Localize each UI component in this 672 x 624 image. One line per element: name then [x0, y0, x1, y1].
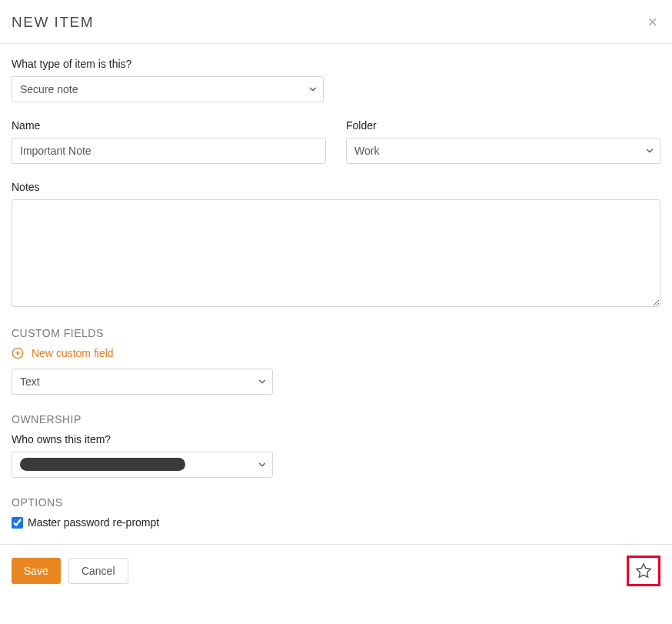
footer-buttons: Save Cancel	[12, 558, 128, 584]
type-group: What type of item is this? Secure note	[12, 58, 660, 102]
new-item-modal: NEW ITEM × What type of item is this? Se…	[0, 0, 672, 597]
master-reprompt-row: Master password re-prompt	[12, 516, 660, 529]
notes-group: Notes	[12, 181, 660, 310]
modal-footer: Save Cancel	[0, 544, 672, 597]
notes-textarea[interactable]	[12, 199, 660, 307]
ownership-section: OWNERSHIP Who owns this item?	[12, 413, 660, 478]
name-group: Name	[12, 119, 326, 164]
new-custom-field-button[interactable]: New custom field	[12, 347, 114, 359]
plus-circle-icon	[12, 347, 24, 359]
options-heading: OPTIONS	[12, 496, 660, 509]
save-button[interactable]: Save	[12, 558, 61, 584]
folder-select[interactable]: Work	[346, 138, 660, 164]
notes-label: Notes	[12, 181, 660, 193]
owner-select[interactable]	[12, 452, 273, 478]
new-custom-field-label: New custom field	[32, 347, 114, 359]
options-section: OPTIONS Master password re-prompt	[12, 496, 660, 529]
type-select[interactable]: Secure note	[12, 76, 324, 102]
custom-fields-heading: CUSTOM FIELDS	[12, 327, 660, 339]
svg-marker-3	[637, 564, 650, 577]
favorite-button[interactable]	[627, 556, 660, 586]
close-button[interactable]: ×	[644, 14, 660, 31]
name-input[interactable]	[12, 138, 326, 164]
cancel-button[interactable]: Cancel	[68, 558, 128, 584]
custom-fields-section: CUSTOM FIELDS New custom field Text	[12, 327, 660, 395]
modal-body: What type of item is this? Secure note N…	[0, 44, 672, 544]
folder-label: Folder	[346, 119, 660, 132]
modal-header: NEW ITEM ×	[0, 0, 672, 44]
close-icon: ×	[647, 12, 657, 32]
owner-select-wrap	[12, 452, 660, 478]
custom-field-type-select[interactable]: Text	[12, 369, 273, 395]
owner-label: Who owns this item?	[12, 433, 660, 445]
star-icon	[635, 562, 652, 579]
type-label: What type of item is this?	[12, 58, 660, 70]
master-reprompt-label[interactable]: Master password re-prompt	[28, 516, 159, 529]
folder-group: Folder Work	[346, 119, 660, 164]
name-label: Name	[12, 119, 326, 132]
master-reprompt-checkbox[interactable]	[12, 517, 23, 529]
ownership-heading: OWNERSHIP	[12, 413, 660, 425]
name-folder-row: Name Folder Work	[12, 119, 660, 181]
modal-title: NEW ITEM	[12, 14, 94, 31]
